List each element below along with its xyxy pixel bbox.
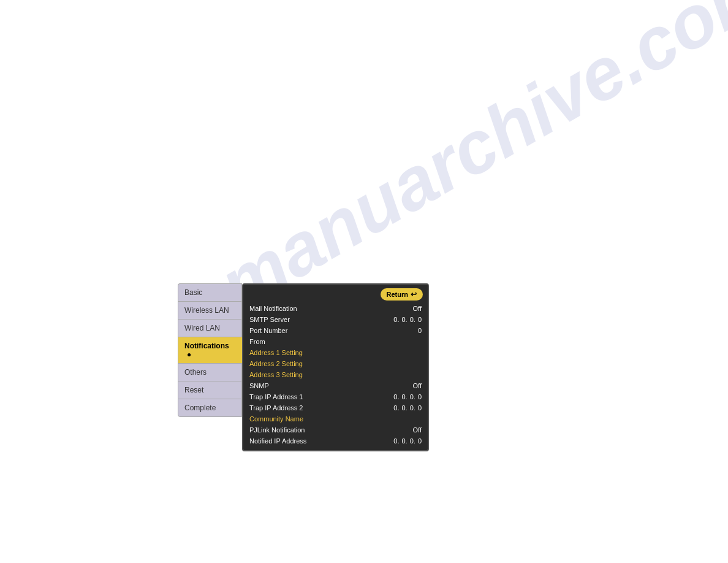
label-trap-ip2: Trap IP Address 2 xyxy=(249,404,393,412)
value-mail-notification: Off xyxy=(413,305,422,312)
setting-row-smtp-server[interactable]: SMTP Server 0. 0. 0. 0 xyxy=(247,314,424,325)
value-notified-ip: 0. 0. 0. 0 xyxy=(393,437,422,445)
sidebar: Basic Wireless LAN Wired LAN Notificatio… xyxy=(178,283,242,451)
label-trap-ip1: Trap IP Address 1 xyxy=(249,393,393,400)
label-pjlink-notification: PJLink Notification xyxy=(249,426,413,434)
sidebar-item-notifications[interactable]: Notifications ● xyxy=(178,337,242,363)
smtp-ip: 0. 0. 0. 0 xyxy=(393,316,422,323)
smtp-octet1: 0. xyxy=(393,316,399,323)
setting-row-address2[interactable]: Address 2 Setting xyxy=(247,358,424,369)
smtp-octet2: 0. xyxy=(402,316,408,323)
sidebar-item-complete[interactable]: Complete xyxy=(178,399,242,417)
label-notified-ip: Notified IP Address xyxy=(249,437,393,445)
sidebar-item-wired-lan[interactable]: Wired LAN xyxy=(178,319,242,337)
sidebar-item-wireless-lan[interactable]: Wireless LAN xyxy=(178,301,242,319)
trap-ip2-octet4: 0 xyxy=(418,404,422,412)
sidebar-label-wireless-lan: Wireless LAN xyxy=(184,306,229,315)
setting-row-snmp[interactable]: SNMP Off xyxy=(247,380,424,391)
label-address1: Address 1 Setting xyxy=(249,349,422,356)
setting-row-notified-ip[interactable]: Notified IP Address 0. 0. 0. 0 xyxy=(247,435,424,446)
trap-ip1-octet4: 0 xyxy=(418,393,422,400)
label-mail-notification: Mail Notification xyxy=(249,305,413,312)
trap-ip1-value: 0. 0. 0. 0 xyxy=(393,393,422,400)
return-button[interactable]: Return ↩ xyxy=(381,288,423,301)
trap-ip1-octet2: 0. xyxy=(402,393,408,400)
panel-header: Return ↩ xyxy=(243,285,428,303)
trap-ip2-octet3: 0. xyxy=(410,404,415,412)
value-snmp: Off xyxy=(413,382,422,389)
label-from: From xyxy=(249,338,422,345)
label-snmp: SNMP xyxy=(249,382,413,389)
sidebar-item-reset[interactable]: Reset xyxy=(178,381,242,399)
label-address3: Address 3 Setting xyxy=(249,371,422,378)
setting-row-community-name[interactable]: Community Name xyxy=(247,413,424,424)
value-smtp-server: 0. 0. 0. 0 xyxy=(393,316,422,323)
setting-row-address3[interactable]: Address 3 Setting xyxy=(247,369,424,380)
settings-list: Mail Notification Off SMTP Server 0. 0. … xyxy=(243,303,428,450)
setting-row-trap-ip2[interactable]: Trap IP Address 2 0. 0. 0. 0 xyxy=(247,402,424,413)
sidebar-label-complete: Complete xyxy=(184,404,216,412)
value-pjlink-notification: Off xyxy=(413,426,422,434)
smtp-octet3: 0. xyxy=(410,316,415,323)
trap-ip1-octet3: 0. xyxy=(410,393,415,400)
setting-row-trap-ip1[interactable]: Trap IP Address 1 0. 0. 0. 0 xyxy=(247,391,424,402)
watermark: manuarchive.com xyxy=(205,0,728,327)
setting-row-from[interactable]: From xyxy=(247,336,424,347)
sidebar-label-reset: Reset xyxy=(184,386,203,394)
sidebar-label-wired-lan: Wired LAN xyxy=(184,324,220,332)
trap-ip1-octet1: 0. xyxy=(393,393,399,400)
value-trap-ip2: 0. 0. 0. 0 xyxy=(393,404,422,412)
notified-ip-octet2: 0. xyxy=(402,437,408,445)
trap-ip2-octet1: 0. xyxy=(393,404,399,412)
label-port-number: Port Number xyxy=(249,327,418,334)
value-trap-ip1: 0. 0. 0. 0 xyxy=(393,393,422,400)
main-panel: Return ↩ Mail Notification Off SMTP Serv… xyxy=(242,283,429,451)
return-arrow-icon: ↩ xyxy=(411,290,417,299)
sidebar-item-basic[interactable]: Basic xyxy=(178,283,242,301)
sidebar-label-others: Others xyxy=(184,368,207,377)
notified-ip-octet3: 0. xyxy=(410,437,415,445)
notified-ip-octet1: 0. xyxy=(393,437,399,445)
label-community-name: Community Name xyxy=(249,415,422,423)
trap-ip2-value: 0. 0. 0. 0 xyxy=(393,404,422,412)
setting-row-port-number[interactable]: Port Number 0 xyxy=(247,325,424,336)
label-smtp-server: SMTP Server xyxy=(249,316,393,323)
notifications-active-icon: ● xyxy=(187,350,191,359)
sidebar-label-notifications: Notifications xyxy=(184,342,229,350)
sidebar-label-basic: Basic xyxy=(184,288,202,297)
setting-row-mail-notification[interactable]: Mail Notification Off xyxy=(247,303,424,314)
return-label: Return xyxy=(387,291,408,298)
setting-row-address1[interactable]: Address 1 Setting xyxy=(247,347,424,358)
ui-container: Basic Wireless LAN Wired LAN Notificatio… xyxy=(178,283,429,451)
notified-ip-octet4: 0 xyxy=(418,437,422,445)
notified-ip-value: 0. 0. 0. 0 xyxy=(393,437,422,445)
trap-ip2-octet2: 0. xyxy=(402,404,408,412)
label-address2: Address 2 Setting xyxy=(249,360,422,367)
smtp-octet4: 0 xyxy=(418,316,422,323)
value-port-number: 0 xyxy=(418,327,422,334)
setting-row-pjlink-notification[interactable]: PJLink Notification Off xyxy=(247,424,424,435)
sidebar-item-others[interactable]: Others xyxy=(178,363,242,381)
